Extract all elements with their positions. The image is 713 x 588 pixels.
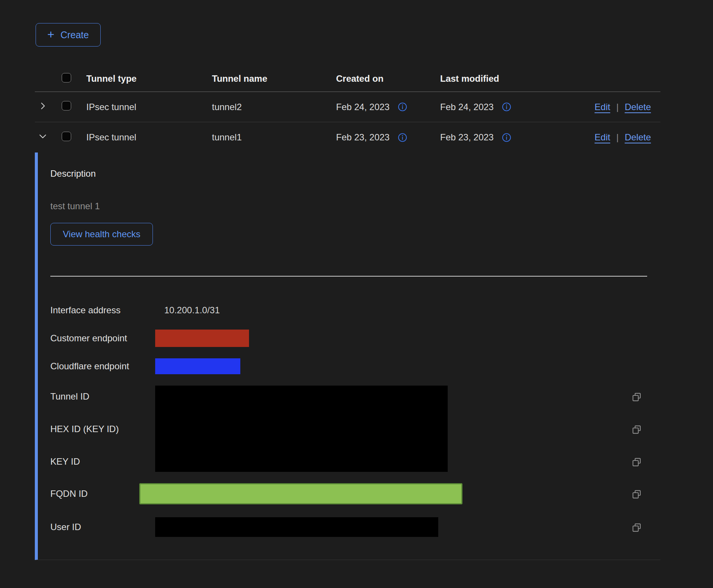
chevron-down-icon xyxy=(38,131,48,141)
expand-row-button[interactable] xyxy=(38,101,48,111)
copy-icon xyxy=(631,522,641,532)
created-on-value: Feb 23, 2023 xyxy=(336,132,389,143)
collapse-row-button[interactable] xyxy=(38,131,48,141)
redacted-fqdn-id xyxy=(139,483,462,504)
column-header-tunnel-type: Tunnel type xyxy=(86,73,212,84)
copy-icon xyxy=(631,424,641,434)
copy-key-id-button[interactable] xyxy=(631,457,660,467)
tunnels-table: Tunnel type Tunnel name Created on Last … xyxy=(35,65,660,560)
create-button[interactable]: + Create xyxy=(36,23,101,47)
copy-icon xyxy=(631,489,641,499)
copy-icon xyxy=(631,392,641,402)
redacted-cloudflare-endpoint xyxy=(155,358,240,374)
tunnel-ids-rows: Tunnel ID HEX ID (KEY ID) KEY ID xyxy=(50,380,660,478)
row-checkbox[interactable] xyxy=(62,132,71,141)
table-header: Tunnel type Tunnel name Created on Last … xyxy=(35,65,660,92)
last-modified-value: Feb 23, 2023 xyxy=(440,132,493,143)
tunnel-id-label: Tunnel ID xyxy=(50,391,155,402)
info-icon[interactable] xyxy=(398,102,407,112)
info-icon[interactable] xyxy=(502,133,511,142)
interface-address-row: Interface address 10.200.1.0/31 xyxy=(50,296,660,324)
column-header-last-modified: Last modified xyxy=(440,73,554,84)
edit-link[interactable]: Edit xyxy=(595,102,610,112)
key-id-label: KEY ID xyxy=(50,456,155,467)
info-icon[interactable] xyxy=(398,133,407,142)
select-all-checkbox[interactable] xyxy=(62,73,71,82)
fqdn-id-row: FQDN ID xyxy=(50,478,660,510)
description-text: test tunnel 1 xyxy=(50,201,660,212)
interface-address-value: 10.200.1.0/31 xyxy=(155,305,631,316)
user-id-row: User ID xyxy=(50,510,660,544)
delete-link[interactable]: Delete xyxy=(625,102,651,112)
hex-id-label: HEX ID (KEY ID) xyxy=(50,424,155,434)
tunnel-type-cell: IPsec tunnel xyxy=(86,102,212,112)
row-checkbox[interactable] xyxy=(62,101,71,110)
plus-icon: + xyxy=(47,28,54,40)
tunnels-page: + Create Tunnel type Tunnel name Created… xyxy=(0,0,713,560)
action-separator: | xyxy=(616,102,618,112)
created-on-value: Feb 24, 2023 xyxy=(336,102,389,112)
cloudflare-endpoint-label: Cloudflare endpoint xyxy=(50,361,155,372)
column-header-created-on: Created on xyxy=(336,73,440,84)
user-id-label: User ID xyxy=(50,522,155,532)
interface-address-label: Interface address xyxy=(50,305,155,316)
tunnel-type-cell: IPsec tunnel xyxy=(86,132,212,143)
tunnel-name-cell: tunnel2 xyxy=(212,102,336,112)
cloudflare-endpoint-row: Cloudflare endpoint xyxy=(50,352,660,380)
chevron-right-icon xyxy=(38,101,48,111)
redacted-user-id xyxy=(155,517,438,537)
redacted-tunnel-ids xyxy=(155,386,448,472)
column-header-tunnel-name: Tunnel name xyxy=(212,73,336,84)
info-icon[interactable] xyxy=(502,102,511,112)
copy-user-id-button[interactable] xyxy=(631,522,660,532)
copy-icon xyxy=(631,457,641,467)
customer-endpoint-row: Customer endpoint xyxy=(50,324,660,352)
table-row: IPsec tunnel tunnel1 Feb 23, 2023 Feb 23… xyxy=(35,122,660,152)
tunnel-name-cell: tunnel1 xyxy=(212,132,336,143)
delete-link[interactable]: Delete xyxy=(625,132,651,142)
copy-fqdn-id-button[interactable] xyxy=(631,489,660,499)
copy-tunnel-id-button[interactable] xyxy=(631,392,660,402)
action-separator: | xyxy=(616,132,618,142)
expanded-row-panel: Description test tunnel 1 View health ch… xyxy=(35,152,660,560)
copy-hex-id-button[interactable] xyxy=(631,424,660,434)
customer-endpoint-label: Customer endpoint xyxy=(50,333,155,344)
view-health-checks-label: View health checks xyxy=(63,229,140,240)
redacted-customer-endpoint xyxy=(155,330,249,347)
create-button-label: Create xyxy=(61,30,89,40)
table-row: IPsec tunnel tunnel2 Feb 24, 2023 Feb 24… xyxy=(35,92,660,122)
view-health-checks-button[interactable]: View health checks xyxy=(50,223,153,246)
edit-link[interactable]: Edit xyxy=(595,132,610,142)
tunnel-detail-fields: Interface address 10.200.1.0/31 Customer… xyxy=(50,296,660,544)
last-modified-value: Feb 24, 2023 xyxy=(440,102,493,112)
description-heading: Description xyxy=(50,168,660,179)
section-divider xyxy=(50,276,647,277)
